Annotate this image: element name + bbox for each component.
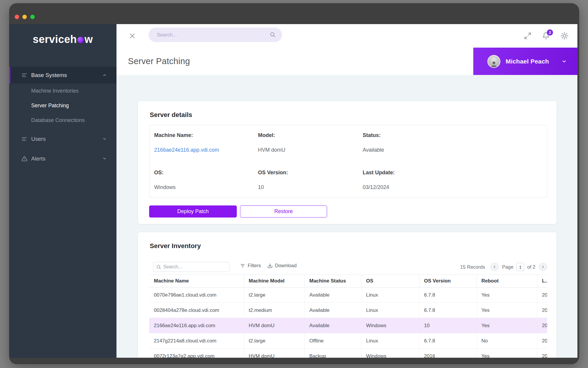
cell-reboot: Yes (477, 303, 537, 318)
table-row[interactable]: 0072r123a7g2.app.vdi.com HVM domU Backup… (149, 349, 547, 358)
cell-reboot: Yes (477, 287, 537, 303)
sidebar-item-base-systems[interactable]: Base Systems (9, 67, 116, 83)
search-icon (270, 32, 276, 38)
table-row-selected[interactable]: 2166ae24e116.app.vdi.com HVM domU Availa… (149, 318, 547, 333)
sidebar-item-database-connections[interactable]: Database Connections (9, 113, 116, 128)
field-model: Model: HVM domU (258, 132, 363, 153)
cell-os-version: 10 (419, 318, 477, 333)
sidebar-item-users[interactable]: Users (9, 131, 116, 147)
close-icon[interactable] (129, 32, 136, 39)
card-title: Server Inventory (150, 242, 201, 250)
logo-text-pre: serviceh (33, 33, 77, 45)
page-header: Server Patching Michael Peach (116, 48, 577, 75)
field-os: OS: Windows (154, 170, 258, 190)
page-number-input[interactable] (516, 263, 524, 271)
user-menu[interactable]: Michael Peach (473, 48, 577, 75)
chevron-down-icon (102, 137, 107, 141)
sidebar-item-label: Base Systems (31, 72, 67, 78)
table-row[interactable]: 0070e796ae1.cloud.vdi.com t2.large Avail… (149, 287, 547, 303)
notification-badge: 2 (547, 29, 553, 36)
pagination: 15 Records Page of 2 (460, 261, 547, 272)
cell-last-update: 202 (537, 349, 547, 358)
cell-os-version: 2016 (419, 349, 477, 358)
cell-machine-model: t2.large (244, 333, 304, 349)
avatar (487, 55, 500, 68)
field-label: Model: (258, 132, 363, 138)
logo-dot-icon (77, 37, 84, 43)
page-label: Page (502, 264, 514, 270)
logo-text-post: w (84, 33, 93, 45)
sidebar: servicehw Base Systems Machine Inventori… (9, 24, 116, 358)
column-header: Machine Name (149, 275, 244, 287)
chevron-down-icon (102, 156, 107, 161)
global-search (149, 28, 282, 42)
column-header: L... (537, 275, 547, 287)
field-label: OS: (154, 170, 258, 176)
main-content: Server details Machine Name: 2166ae24e11… (116, 75, 577, 358)
field-label: OS Version: (258, 170, 363, 176)
close-window-button[interactable] (15, 15, 19, 19)
cell-reboot: No (477, 333, 537, 349)
cell-os-version: 6.7.8 (419, 287, 477, 303)
filters-button[interactable]: Filters (240, 263, 261, 268)
cell-machine-name: 2147g2214a8.cloud.vdi.com (149, 333, 244, 349)
inventory-table: Machine Name Machine Model Machine Statu… (149, 275, 547, 358)
cell-last-update: 202 (537, 287, 547, 303)
cell-machine-name: 0028404a278e.cloud.vdi.com (149, 303, 244, 318)
download-button[interactable]: Download (267, 263, 297, 268)
sidebar-item-machine-inventories[interactable]: Machine Inventories (9, 83, 116, 98)
cell-machine-model: t2.large (244, 287, 304, 303)
cell-reboot: Yes (477, 349, 537, 358)
field-status: Status: Available (363, 132, 542, 153)
restore-button[interactable]: Restore (240, 205, 327, 218)
prev-page-button[interactable] (490, 263, 499, 271)
column-header: Machine Status (304, 275, 361, 287)
next-page-button[interactable] (539, 263, 547, 271)
column-header: Machine Model (244, 275, 304, 287)
table-row[interactable]: 2147g2214a8.cloud.vdi.com t2.large Offli… (149, 333, 547, 349)
table-search-input[interactable] (163, 262, 227, 272)
field-machine-name: Machine Name: 2166ae24e116.app.vdi.com (154, 132, 258, 153)
field-value: 10 (258, 184, 363, 190)
cell-os-version: 6.7.8 (419, 333, 477, 349)
machine-name-link[interactable]: 2166ae24e116.app.vdi.com (154, 147, 258, 153)
records-count: 15 Records (460, 264, 485, 270)
page-title: Server Patching (116, 56, 190, 66)
user-name: Michael Peach (506, 58, 549, 65)
cell-os-version: 6.7.8 (419, 303, 477, 318)
cell-machine-status: Available (304, 318, 361, 333)
table-row[interactable]: 0028404a278e.cloud.vdi.com t2.medium Ava… (149, 303, 547, 318)
field-last-update: Last Update: 03/12/2024 (363, 170, 542, 190)
field-label: Machine Name: (154, 132, 258, 138)
cell-os: Linux (361, 287, 419, 303)
field-value: 03/12/2024 (363, 184, 542, 190)
cell-os: Windows (361, 349, 419, 358)
cell-machine-model: HVM domU (244, 318, 304, 333)
zoom-window-button[interactable] (30, 15, 35, 19)
sidebar-item-server-patching[interactable]: Server Patching (9, 98, 116, 113)
main-column: 2 Server Patching Michael Peach (116, 24, 577, 358)
global-search-input[interactable] (157, 28, 269, 42)
table-search (153, 262, 229, 272)
search-icon (156, 265, 161, 270)
field-os-version: OS Version: 10 (258, 170, 363, 190)
card-title: Server details (150, 111, 192, 119)
column-header: Reboot (477, 275, 537, 287)
inventory-toolbar: Filters Download 15 Records (149, 261, 547, 272)
settings-gear-icon[interactable] (560, 32, 569, 40)
notifications-bell-icon[interactable]: 2 (542, 32, 550, 40)
minimize-window-button[interactable] (22, 15, 27, 19)
sidebar-item-alerts[interactable]: Alerts (9, 150, 116, 167)
users-icon (21, 136, 27, 142)
table-header-row: Machine Name Machine Model Machine Statu… (149, 275, 547, 287)
cell-machine-name: 2166ae24e116.app.vdi.com (149, 318, 244, 333)
expand-icon[interactable] (524, 32, 532, 40)
field-value: Available (363, 147, 542, 153)
screenshot-root: servicehw Base Systems Machine Inventori… (0, 0, 588, 368)
page-total: of 2 (527, 264, 535, 270)
sidebar-item-label: Alerts (31, 155, 46, 162)
field-value: Windows (154, 184, 258, 190)
server-details-card: Server details Machine Name: 2166ae24e11… (138, 101, 557, 224)
field-label: Status: (363, 132, 542, 138)
deploy-patch-button[interactable]: Deploy Patch (149, 205, 237, 218)
